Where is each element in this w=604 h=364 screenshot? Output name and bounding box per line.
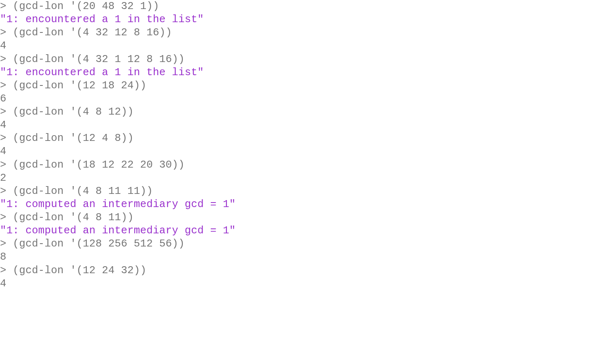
repl-line: > (gcd-lon '(4 32 12 8 16)) — [0, 26, 604, 39]
repl-line: 4 — [0, 145, 604, 158]
repl-input: (gcd-lon '(20 48 32 1)) — [13, 0, 159, 12]
repl-string-output: "1: computed an intermediary gcd = 1" — [0, 225, 236, 237]
repl-input: (gcd-lon '(12 4 8)) — [13, 132, 134, 144]
repl-line: > (gcd-lon '(4 8 11 11)) — [0, 185, 604, 198]
repl-line: > (gcd-lon '(128 256 512 56)) — [0, 237, 604, 251]
repl-terminal[interactable]: > (gcd-lon '(20 48 32 1))"1: encountered… — [0, 0, 604, 290]
repl-line: 8 — [0, 251, 604, 264]
repl-line: > (gcd-lon '(12 18 24)) — [0, 79, 604, 92]
repl-output: 2 — [0, 172, 7, 184]
repl-line: 4 — [0, 119, 604, 132]
repl-input: (gcd-lon '(12 18 24)) — [13, 80, 147, 92]
repl-line: > (gcd-lon '(4 8 12)) — [0, 106, 604, 119]
repl-output: 4 — [0, 145, 7, 157]
repl-line: 4 — [0, 277, 604, 290]
repl-prompt: > — [0, 159, 7, 171]
repl-output: 8 — [0, 251, 7, 263]
repl-input: (gcd-lon '(4 32 12 8 16)) — [13, 27, 172, 39]
repl-input: (gcd-lon '(128 256 512 56)) — [13, 238, 185, 250]
repl-prompt: > — [0, 265, 7, 276]
repl-prompt: > — [0, 80, 7, 92]
repl-prompt: > — [0, 132, 7, 144]
repl-output: 4 — [0, 40, 7, 52]
repl-line: > (gcd-lon '(4 32 1 12 8 16)) — [0, 53, 604, 66]
repl-input: (gcd-lon '(4 32 1 12 8 16)) — [13, 53, 185, 65]
repl-input: (gcd-lon '(4 8 11 11)) — [13, 185, 153, 197]
repl-line: "1: computed an intermediary gcd = 1" — [0, 198, 604, 211]
repl-prompt: > — [0, 0, 7, 12]
repl-input: (gcd-lon '(18 12 22 20 30)) — [13, 159, 185, 171]
repl-string-output: "1: computed an intermediary gcd = 1" — [0, 198, 236, 210]
repl-input: (gcd-lon '(4 8 12)) — [13, 106, 134, 118]
repl-line: > (gcd-lon '(20 48 32 1)) — [0, 0, 604, 13]
repl-prompt: > — [0, 27, 7, 39]
repl-input: (gcd-lon '(4 8 11)) — [13, 212, 134, 223]
repl-prompt: > — [0, 212, 7, 223]
repl-output: 4 — [0, 278, 7, 290]
repl-line: > (gcd-lon '(12 4 8)) — [0, 132, 604, 145]
repl-prompt: > — [0, 106, 7, 118]
repl-string-output: "1: encountered a 1 in the list" — [0, 14, 204, 25]
repl-output: 6 — [0, 93, 7, 105]
repl-line: "1: computed an intermediary gcd = 1" — [0, 224, 604, 237]
repl-line: "1: encountered a 1 in the list" — [0, 13, 604, 26]
repl-line: 6 — [0, 92, 604, 106]
repl-line: "1: encountered a 1 in the list" — [0, 66, 604, 79]
repl-line: > (gcd-lon '(12 24 32)) — [0, 264, 604, 277]
repl-line: > (gcd-lon '(18 12 22 20 30)) — [0, 159, 604, 172]
repl-input: (gcd-lon '(12 24 32)) — [13, 265, 147, 276]
repl-line: 4 — [0, 39, 604, 53]
repl-prompt: > — [0, 238, 7, 250]
repl-string-output: "1: encountered a 1 in the list" — [0, 67, 204, 78]
repl-output: 4 — [0, 119, 7, 131]
repl-line: > (gcd-lon '(4 8 11)) — [0, 211, 604, 224]
repl-prompt: > — [0, 53, 7, 65]
repl-line: 2 — [0, 172, 604, 185]
repl-prompt: > — [0, 185, 7, 197]
